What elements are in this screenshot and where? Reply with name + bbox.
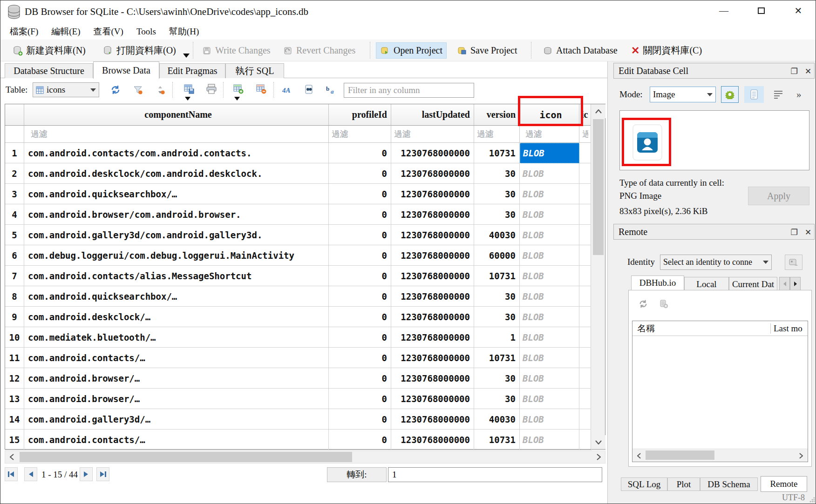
remote-tab-dbhub[interactable]: DBHub.io — [631, 276, 684, 290]
dock-tab-sql-log[interactable]: SQL Log — [621, 477, 667, 491]
goto-record-input[interactable] — [388, 467, 602, 482]
version-cell[interactable]: 40030 — [474, 225, 520, 245]
icon-blob-cell[interactable]: BLOB — [520, 286, 579, 307]
partial-cell[interactable] — [579, 225, 592, 245]
horizontal-scroll-thumb[interactable] — [646, 450, 714, 460]
tabs-scroll-left-button[interactable] — [779, 277, 790, 290]
profileId-cell[interactable]: 0 — [329, 307, 391, 327]
row-number-cell[interactable]: 6 — [5, 245, 24, 266]
icon-blob-cell[interactable]: BLOB — [520, 348, 579, 368]
tab-execute-sql[interactable]: 執行 SQL — [225, 63, 284, 78]
partial-cell[interactable] — [579, 204, 592, 225]
icon-blob-cell[interactable]: BLOB — [520, 409, 579, 430]
apply-button[interactable]: Apply — [748, 187, 809, 205]
icon-blob-cell[interactable]: BLOB — [520, 225, 579, 245]
version-cell[interactable]: 10731 — [474, 348, 520, 368]
version-cell[interactable]: 30 — [474, 204, 520, 225]
profileId-cell[interactable]: 0 — [329, 327, 391, 348]
open-database-button[interactable]: 打開資料庫(O) — [99, 42, 180, 59]
save-results-dropdown-caret[interactable] — [185, 97, 190, 101]
scroll-down-button[interactable] — [591, 435, 605, 449]
menu-file[interactable]: 檔案(F) — [3, 25, 45, 39]
componentName-cell[interactable]: com.android.contacts/alias.MessageShortc… — [24, 266, 329, 286]
identity-settings-button[interactable] — [785, 255, 802, 270]
profileId-cell[interactable]: 0 — [329, 348, 391, 368]
find-in-cells-button[interactable] — [302, 83, 316, 97]
edit-cell-float-button[interactable]: ❐ — [787, 63, 801, 79]
componentName-cell[interactable]: com.android.contacts/com.android.contact… — [24, 143, 329, 163]
header-profileId[interactable]: profileId — [329, 104, 391, 126]
text-mode-button[interactable] — [744, 86, 764, 103]
toolbar-overflow-button[interactable]: » — [796, 89, 802, 101]
filter-partial-input[interactable] — [579, 126, 591, 142]
profileId-cell[interactable]: 0 — [329, 225, 391, 245]
filter-icon-input[interactable] — [523, 126, 579, 142]
list-horizontal-scrollbar[interactable] — [632, 449, 808, 462]
icon-blob-cell[interactable]: BLOB — [520, 327, 579, 348]
componentName-cell[interactable]: com.android.quicksearchbox/… — [24, 286, 329, 307]
close-button[interactable]: ✕ — [783, 0, 814, 21]
filter-lastUpdated-input[interactable] — [391, 126, 470, 142]
row-number-cell[interactable]: 3 — [5, 184, 24, 204]
version-cell[interactable]: 30 — [474, 307, 520, 327]
profileId-cell[interactable]: 0 — [329, 204, 391, 225]
lastUpdated-cell[interactable]: 1230768000000 — [391, 184, 474, 204]
remote-tab-local[interactable]: Local — [684, 277, 729, 291]
delete-record-button[interactable] — [254, 82, 268, 96]
import-data-button[interactable] — [721, 86, 739, 103]
row-number-cell[interactable]: 13 — [5, 389, 24, 409]
icon-blob-cell[interactable]: BLOB — [520, 430, 579, 450]
replace-button[interactable]: ba — [325, 83, 339, 97]
profileId-cell[interactable]: 0 — [329, 409, 391, 430]
write-changes-button[interactable]: Write Changes — [198, 42, 274, 59]
partial-cell[interactable] — [579, 266, 592, 286]
clone-database-button[interactable] — [658, 298, 670, 310]
icon-blob-cell[interactable]: BLOB — [520, 184, 579, 204]
version-cell[interactable]: 30 — [474, 368, 520, 389]
refresh-button[interactable] — [109, 83, 122, 97]
filter-version-input[interactable] — [474, 126, 516, 142]
componentName-cell[interactable]: com.android.browser/com.android.browser. — [24, 204, 329, 225]
row-number-cell[interactable]: 12 — [5, 368, 24, 389]
version-cell[interactable]: 30 — [474, 184, 520, 204]
partial-cell[interactable] — [579, 286, 592, 307]
partial-cell[interactable] — [579, 327, 592, 348]
remote-close-button[interactable]: ✕ — [801, 224, 815, 240]
vertical-scroll-thumb[interactable] — [593, 119, 604, 255]
next-page-button[interactable] — [80, 467, 93, 481]
dock-tab-db-schema[interactable]: DB Schema — [700, 477, 758, 491]
partial-cell[interactable] — [579, 348, 592, 368]
icon-blob-cell[interactable]: BLOB — [520, 307, 579, 327]
dock-tab-remote[interactable]: Remote — [761, 476, 807, 492]
new-database-button[interactable]: 新建資料庫(N) — [9, 42, 89, 59]
scroll-right-button[interactable] — [796, 450, 807, 461]
row-number-cell[interactable]: 14 — [5, 409, 24, 430]
version-cell[interactable]: 10731 — [474, 143, 520, 163]
maximize-button[interactable] — [746, 0, 776, 21]
dock-tab-plot[interactable]: Plot — [667, 477, 700, 491]
componentName-cell[interactable]: com.android.gallery3d/… — [24, 409, 329, 430]
mode-selector[interactable]: Image — [650, 87, 716, 102]
icon-blob-cell[interactable]: BLOB — [520, 266, 579, 286]
row-number-cell[interactable]: 8 — [5, 286, 24, 307]
lastUpdated-cell[interactable]: 1230768000000 — [391, 204, 474, 225]
table-vertical-scrollbar[interactable] — [591, 104, 605, 449]
icon-blob-cell[interactable]: BLOB — [520, 163, 579, 184]
attach-database-button[interactable]: Attach Database — [539, 42, 621, 59]
row-number-cell[interactable]: 1 — [5, 143, 24, 163]
lastUpdated-cell[interactable]: 1230768000000 — [391, 163, 474, 184]
header-row-number[interactable] — [5, 104, 24, 126]
lastUpdated-cell[interactable]: 1230768000000 — [391, 348, 474, 368]
version-cell[interactable]: 10731 — [474, 430, 520, 450]
lastUpdated-cell[interactable]: 1230768000000 — [391, 389, 474, 409]
row-number-cell[interactable]: 10 — [5, 327, 24, 348]
menu-edit[interactable]: 編輯(E) — [45, 25, 87, 39]
tabs-scroll-right-button[interactable] — [790, 277, 801, 290]
word-wrap-button[interactable] — [770, 87, 786, 102]
icon-blob-cell[interactable]: BLOB — [520, 143, 579, 163]
table-horizontal-scrollbar[interactable] — [5, 450, 605, 464]
scroll-up-button[interactable] — [591, 104, 605, 118]
row-number-cell[interactable]: 5 — [5, 225, 24, 245]
profileId-cell[interactable]: 0 — [329, 143, 391, 163]
menu-help[interactable]: 幫助(H) — [163, 25, 205, 39]
